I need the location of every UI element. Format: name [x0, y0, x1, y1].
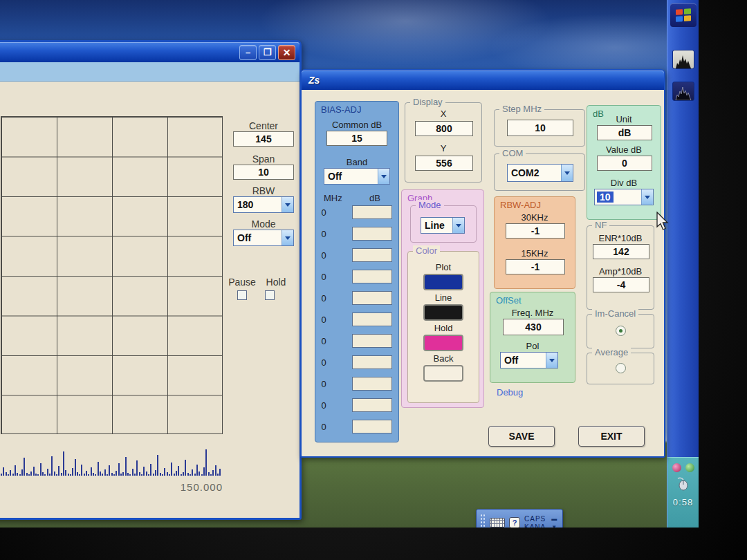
rbw-15khz-input[interactable]: -1 — [506, 259, 565, 274]
color-swatch-plot[interactable] — [423, 274, 463, 290]
im-cancel-radio[interactable] — [616, 326, 626, 336]
display-group: Display X 800 Y 556 — [405, 102, 482, 183]
center-input[interactable]: 145 — [233, 131, 294, 147]
graph-mode-dropdown[interactable]: Line — [421, 217, 465, 234]
maximize-button[interactable]: ❐ — [259, 45, 276, 60]
help-icon[interactable]: ? — [509, 517, 520, 528]
rbw-dropdown[interactable]: 180 — [233, 196, 294, 213]
drag-handle-icon[interactable] — [480, 514, 486, 528]
band-dropdown[interactable]: Off — [324, 168, 390, 185]
clock[interactable]: 0:58 — [673, 497, 693, 507]
close-button[interactable]: ✕ — [278, 45, 295, 60]
bias-db-input[interactable] — [352, 227, 392, 241]
dropdown-arrow-icon[interactable] — [452, 218, 464, 233]
spectrum-bar — [116, 471, 117, 476]
taskbar-app-button[interactable] — [672, 82, 694, 101]
bias-db-input[interactable] — [352, 205, 392, 219]
spectrum-bar — [157, 455, 158, 476]
bias-db-input[interactable] — [352, 377, 392, 391]
nf-group: NF ENR*10dB 142 Amp*10dB -4 — [587, 225, 654, 310]
spectrum-bar — [88, 474, 89, 476]
spectrum-bar — [176, 471, 177, 476]
spectrum-bar — [143, 467, 145, 476]
dropdown-arrow-icon[interactable] — [641, 189, 653, 205]
bias-db-input[interactable] — [352, 420, 392, 433]
debug-label[interactable]: Debug — [497, 387, 523, 398]
taskbar: 0:58 — [667, 0, 699, 528]
display-x-input[interactable]: 800 — [415, 121, 473, 136]
com-port-dropdown[interactable]: COM2 — [507, 164, 573, 182]
graph-mode-title: Mode — [416, 200, 444, 210]
unit-input[interactable]: dB — [597, 125, 652, 140]
offset-panel: OffSet Freq. MHz 430 Pol Off — [490, 292, 575, 383]
start-button[interactable] — [670, 3, 697, 27]
average-radio[interactable] — [616, 363, 626, 373]
bias-mhz-value: 0 — [315, 250, 332, 261]
div-db-dropdown[interactable]: 10 — [594, 189, 654, 205]
y-label: Y — [405, 143, 481, 153]
enr-input[interactable]: 142 — [593, 244, 649, 259]
caps-indicator[interactable]: CAPS — [524, 515, 546, 523]
bias-db-input[interactable] — [352, 291, 392, 305]
bias-db-input[interactable] — [352, 248, 392, 262]
mode-dropdown[interactable]: Off — [233, 230, 294, 246]
pause-checkbox[interactable] — [237, 290, 247, 300]
bias-db-input[interactable] — [352, 355, 392, 369]
dropdown-arrow-icon[interactable] — [378, 169, 389, 184]
bias-db-input[interactable] — [352, 334, 392, 348]
tray-icon[interactable] — [685, 463, 694, 472]
amp-input[interactable]: -4 — [593, 277, 649, 292]
dropdown-arrow-icon[interactable] — [561, 165, 573, 181]
spectrum-bar — [37, 474, 39, 476]
tray-icon[interactable] — [672, 463, 681, 472]
common-db-input[interactable]: 15 — [326, 131, 387, 146]
bias-adj-title: BIAS-ADJ — [321, 104, 362, 115]
rbw-30khz-input[interactable]: -1 — [506, 223, 565, 239]
graph-window-titlebar[interactable]: – ❐ ✕ — [0, 42, 299, 62]
step-mhz-input[interactable]: 10 — [507, 120, 573, 136]
taskbar-app-button[interactable] — [672, 50, 694, 69]
exit-button[interactable]: EXIT — [578, 426, 645, 447]
dropdown-arrow-icon[interactable] — [282, 197, 293, 212]
color-swatch-hold[interactable] — [423, 335, 463, 351]
graph-color-group: Color PlotLineHoldBack — [407, 251, 479, 403]
im-cancel-group: Im-Cancel — [587, 314, 654, 348]
spectrum-bar — [86, 471, 87, 476]
spectrum-bar — [8, 474, 9, 476]
dropdown-arrow-icon[interactable]: ▼ — [551, 524, 557, 528]
bias-row: 0 — [315, 291, 398, 305]
bias-db-input[interactable] — [352, 312, 392, 326]
hold-checkbox[interactable] — [265, 290, 275, 300]
nf-title: NF — [592, 220, 609, 230]
ime-language-bar[interactable]: ? CAPS ▬ KANA ▼ — [476, 509, 563, 528]
com-group: COM COM2 — [494, 153, 585, 191]
keyboard-icon[interactable] — [490, 518, 505, 528]
mouse-cursor — [656, 212, 671, 232]
spectrum-bar — [169, 474, 170, 476]
offset-freq-input[interactable]: 430 — [503, 319, 564, 335]
spectrum-bar — [194, 474, 196, 476]
bias-row: 0 — [315, 334, 398, 348]
value-db-input[interactable]: 0 — [597, 156, 652, 171]
mouse-icon[interactable] — [676, 477, 691, 491]
span-input[interactable]: 10 — [233, 165, 294, 180]
pol-dropdown[interactable]: Off — [500, 352, 558, 368]
zs-window-titlebar[interactable]: Zs — [302, 71, 664, 90]
color-swatch-back[interactable] — [423, 365, 463, 382]
dropdown-arrow-icon[interactable] — [282, 230, 293, 245]
color-swatch-line[interactable] — [423, 304, 463, 321]
graph-window: – ❐ ✕ 150.000 Center 145 Span 10 RBW 180… — [0, 40, 302, 520]
bias-db-input[interactable] — [352, 398, 392, 412]
kana-indicator[interactable]: KANA — [524, 523, 546, 528]
bias-db-input[interactable] — [352, 270, 392, 283]
color-swatch-label: Back — [434, 353, 454, 364]
dropdown-arrow-icon[interactable] — [546, 353, 557, 368]
spectrum-bar — [56, 474, 57, 476]
spectrum-bar — [77, 472, 78, 476]
spectrum-bar — [164, 468, 165, 476]
display-y-input[interactable]: 556 — [415, 156, 473, 171]
minimize-arrow-icon[interactable]: ▬ — [551, 516, 557, 522]
save-button[interactable]: SAVE — [488, 426, 555, 447]
minimize-button[interactable]: – — [239, 45, 257, 60]
bias-row: 0 — [315, 270, 398, 283]
